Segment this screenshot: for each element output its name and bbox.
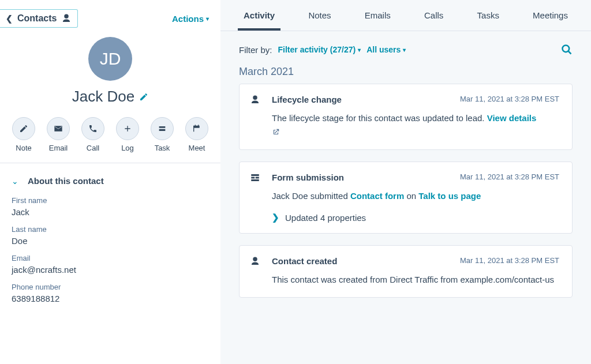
log-action[interactable]: Log	[116, 117, 139, 152]
submitter-text: Jack Doe submitted	[272, 191, 350, 201]
page-link[interactable]: Talk to us page	[418, 191, 481, 201]
about-title: About this contact	[28, 176, 104, 186]
tab-meetings[interactable]: Meetings	[527, 0, 574, 31]
field-label: Last name	[12, 225, 209, 234]
pencil-icon[interactable]	[139, 92, 148, 102]
card-date: Mar 11, 2021 at 3:28 PM EST	[460, 95, 559, 103]
action-label: Call	[87, 144, 99, 152]
svg-point-0	[563, 46, 570, 52]
activity-card-lifecycle[interactable]: Lifecycle change Mar 11, 2021 at 3:28 PM…	[239, 84, 573, 150]
back-to-contacts-button[interactable]: ❮ Contacts	[0, 9, 78, 28]
card-date: Mar 11, 2021 at 3:28 PM EST	[460, 172, 559, 181]
filter-activity-dropdown[interactable]: Filter activity (27/27) ▾	[278, 45, 361, 54]
field-phone[interactable]: Phone number 6389188812	[0, 277, 220, 306]
filter-users-text: All users	[366, 45, 401, 54]
tab-activity[interactable]: Activity	[238, 0, 280, 31]
action-label: Note	[16, 144, 31, 152]
filter-row: Filter by: Filter activity (27/27) ▾ All…	[220, 31, 591, 62]
external-link-icon[interactable]	[272, 128, 280, 136]
actions-label: Actions	[172, 14, 204, 24]
task-icon	[158, 124, 167, 133]
back-label: Contacts	[17, 13, 57, 24]
field-label: Email	[12, 254, 209, 262]
field-value: 6389188812	[12, 294, 209, 303]
card-date: Mar 11, 2021 at 3:28 PM EST	[460, 256, 559, 265]
meet-action[interactable]: Meet	[185, 117, 208, 152]
card-title: Lifecycle change	[272, 95, 342, 104]
field-last-name[interactable]: Last name Doe	[0, 219, 220, 248]
note-action[interactable]: Note	[12, 117, 35, 152]
email-action[interactable]: Email	[47, 117, 70, 152]
chevron-down-icon: ⌄	[12, 177, 18, 186]
avatar-initials: JD	[100, 49, 121, 69]
caret-down-icon: ▾	[403, 47, 406, 53]
person-icon	[61, 13, 72, 24]
card-title: Contact created	[272, 256, 337, 266]
tab-emails[interactable]: Emails	[359, 0, 397, 31]
task-action[interactable]: Task	[151, 117, 174, 152]
view-details-link[interactable]: View details	[487, 113, 537, 123]
left-panel: ❮ Contacts Actions ▾ JD Jack Doe Note Em…	[0, 0, 220, 364]
tab-notes[interactable]: Notes	[302, 0, 336, 31]
contact-name-row: Jack Doe	[72, 88, 148, 106]
person-icon	[250, 256, 260, 267]
on-text: on	[404, 191, 418, 201]
right-panel: Activity Notes Emails Calls Tasks Meetin…	[220, 0, 591, 364]
chevron-left-icon: ❮	[6, 14, 13, 23]
timeline-month-header: March 2021	[220, 62, 591, 84]
left-header: ❮ Contacts Actions ▾	[0, 0, 220, 37]
action-label: Task	[155, 144, 170, 152]
chevron-right-icon: ❯	[272, 212, 279, 223]
expand-properties-toggle[interactable]: ❯ Updated 4 properties	[272, 212, 559, 223]
tab-tasks[interactable]: Tasks	[472, 0, 505, 31]
filter-by-label: Filter by:	[239, 45, 272, 55]
card-title: Form submission	[272, 172, 344, 182]
card-body-text: This contact was created from Direct Tra…	[272, 273, 559, 287]
search-icon	[561, 44, 573, 55]
field-email[interactable]: Email jack@ncrafts.net	[0, 248, 220, 277]
field-first-name[interactable]: First name Jack	[0, 190, 220, 219]
filter-activity-text: Filter activity (27/27)	[278, 45, 356, 54]
expand-text: Updated 4 properties	[285, 213, 366, 223]
actions-dropdown[interactable]: Actions ▾	[172, 14, 209, 24]
search-button[interactable]	[561, 44, 573, 55]
caret-down-icon: ▾	[206, 16, 209, 22]
form-icon	[250, 172, 260, 183]
field-value: Jack	[12, 207, 209, 217]
envelope-icon	[54, 124, 63, 133]
field-label: First name	[12, 196, 209, 205]
contact-name: Jack Doe	[72, 88, 134, 106]
action-label: Log	[121, 144, 134, 152]
field-value: Doe	[12, 236, 209, 246]
contact-hero: JD Jack Doe Note Email Call Log	[0, 37, 220, 163]
phone-icon	[88, 124, 98, 133]
plus-icon	[123, 124, 132, 133]
lifecycle-text: The lifecycle stage for this contact was…	[272, 113, 487, 123]
avatar: JD	[88, 37, 132, 81]
call-action[interactable]: Call	[81, 117, 104, 152]
filter-users-dropdown[interactable]: All users ▾	[366, 45, 406, 54]
note-icon	[19, 124, 28, 133]
filter-left: Filter by: Filter activity (27/27) ▾ All…	[239, 45, 406, 55]
activity-card-form-submission[interactable]: Form submission Mar 11, 2021 at 3:28 PM …	[239, 162, 573, 234]
calendar-icon	[192, 124, 201, 133]
tabs: Activity Notes Emails Calls Tasks Meetin…	[220, 0, 591, 31]
card-body-text: Jack Doe submitted Contact form on Talk …	[272, 189, 559, 203]
activity-card-contact-created[interactable]: Contact created Mar 11, 2021 at 3:28 PM …	[239, 245, 573, 298]
field-label: Phone number	[12, 283, 209, 291]
person-icon	[250, 95, 260, 105]
tab-calls[interactable]: Calls	[418, 0, 449, 31]
hero-action-row: Note Email Call Log Task Meet	[12, 117, 208, 152]
about-section-toggle[interactable]: ⌄ About this contact	[0, 163, 220, 190]
action-label: Email	[49, 144, 68, 152]
card-body-text: The lifecycle stage for this contact was…	[272, 111, 559, 139]
caret-down-icon: ▾	[358, 47, 361, 53]
action-label: Meet	[189, 144, 205, 152]
contact-form-link[interactable]: Contact form	[350, 191, 404, 201]
field-value: jack@ncrafts.net	[12, 265, 209, 275]
svg-line-1	[568, 51, 571, 54]
